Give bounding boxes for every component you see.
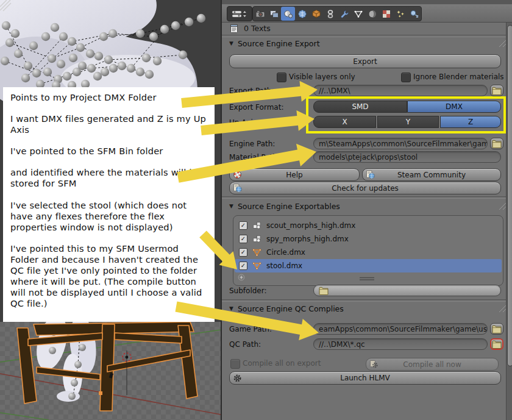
ignore-materials-checkbox[interactable] xyxy=(401,73,411,82)
properties-panel: 0 Texts ▼ Source Engine Export Export Vi… xyxy=(221,0,512,420)
tab-texture[interactable] xyxy=(379,7,393,21)
game-path-field[interactable]: eamApps\common\SourceFilmmaker\game\user… xyxy=(313,323,488,335)
screenshot-root: Points to my Project DMX Folder I want D… xyxy=(0,0,512,420)
collapse-triangle-icon: ▼ xyxy=(229,305,233,311)
properties-header xyxy=(222,4,512,23)
web-globe-icon xyxy=(233,183,242,193)
updates-label: Check for updates xyxy=(332,184,399,193)
panel-header-qc-complies[interactable]: ▼ Source Engine QC Complies xyxy=(229,304,344,313)
visible-layers-checkbox[interactable] xyxy=(277,73,286,82)
up-axis-label: Up Axis: xyxy=(229,116,259,128)
particles-icon xyxy=(396,9,405,19)
panel-title: Source Engine Exportables xyxy=(238,202,340,211)
exportable-row[interactable]: ✓Circle.dmx xyxy=(235,246,502,259)
tab-render[interactable] xyxy=(253,7,267,21)
axis-z-button[interactable]: Z xyxy=(440,116,501,128)
scrollbar-thumb[interactable] xyxy=(507,25,512,366)
engine-path-label: Engine Path: xyxy=(229,138,275,149)
format-smd-button[interactable]: SMD xyxy=(313,101,407,113)
physics-icon xyxy=(410,9,419,19)
panel-title: Source Engine QC Complies xyxy=(238,304,344,313)
export-path-browse-button[interactable] xyxy=(490,85,503,96)
divider xyxy=(222,35,512,37)
export-button[interactable]: Export xyxy=(229,54,501,68)
axis-y-button[interactable]: Y xyxy=(377,116,439,128)
properties-tabs xyxy=(252,6,422,21)
texture-icon xyxy=(382,9,391,19)
divider xyxy=(222,196,512,199)
resize-grip-icon[interactable] xyxy=(359,277,375,281)
compile-script-icon xyxy=(369,360,379,369)
note-text: I've pointed to the SFM Bin folder xyxy=(10,146,208,157)
tab-data[interactable] xyxy=(351,7,365,21)
panel-header-exportables[interactable]: ▼ Source Engine Exportables xyxy=(229,201,340,211)
material-path-field[interactable]: models\ptejack\props\stool xyxy=(313,151,501,163)
qc-path-browse-button-alert[interactable] xyxy=(490,338,503,350)
exportable-row[interactable]: ✓spy_morphs_high.dmx xyxy=(235,232,502,246)
engine-path-browse-button[interactable] xyxy=(490,138,503,149)
panel-header-source-engine-export[interactable]: ▼ Source Engine Export xyxy=(229,38,320,48)
world-icon xyxy=(297,9,307,19)
compile-now-label: Compile all now xyxy=(403,360,461,369)
export-path-value: //..\DMX\ xyxy=(319,87,350,95)
folder-icon xyxy=(492,325,502,333)
tab-physics[interactable] xyxy=(407,7,421,21)
group-icon xyxy=(252,221,262,230)
exportables-list: ✓scout_morphs_high.dmx✓spy_morphs_high.d… xyxy=(233,215,503,286)
export-path-label: Export Path: xyxy=(229,85,274,96)
tab-render-layers[interactable] xyxy=(267,7,281,21)
launch-hlmv-label: Launch HLMV xyxy=(340,374,390,382)
compile-all-now-button[interactable]: Compile all now xyxy=(366,358,499,371)
exportable-name: stool.dmx xyxy=(266,262,302,270)
tab-object[interactable] xyxy=(309,7,323,21)
mesh-icon xyxy=(252,247,262,257)
group-icon xyxy=(252,234,262,244)
compile-on-export-checkbox[interactable] xyxy=(230,359,240,369)
game-path-value: eamApps\common\SourceFilmmaker\game\user… xyxy=(319,325,488,333)
exportable-checkbox[interactable]: ✓ xyxy=(239,248,247,257)
export-path-field[interactable]: //..\DMX\ xyxy=(313,85,488,96)
add-item-button[interactable] xyxy=(237,273,246,282)
tab-scene[interactable] xyxy=(281,7,295,21)
check-updates-button[interactable]: Check for updates xyxy=(229,182,501,194)
web-globe-icon xyxy=(366,170,375,179)
engine-path-field[interactable]: m\SteamApps\common\SourceFilmmaker\game\… xyxy=(313,138,488,149)
qc-path-field[interactable]: //..\DMX\*.qc xyxy=(313,338,488,350)
panel-corner-icon[interactable] xyxy=(495,38,507,47)
editor-type-selector[interactable] xyxy=(227,6,252,21)
subfolder-label: Subfolder: xyxy=(229,285,267,296)
exportable-row[interactable]: ✓stool.dmx xyxy=(235,259,502,272)
exportable-row[interactable]: ✓scout_morphs_high.dmx xyxy=(235,219,502,232)
visible-layers-label: Visible layers only xyxy=(289,72,355,82)
compile-on-export-label: Compile all on export xyxy=(243,358,321,368)
launch-hlmv-button[interactable]: Launch HLMV xyxy=(229,371,501,385)
game-path-label: Game Path: xyxy=(229,323,272,335)
steam-community-button[interactable]: Steam Community xyxy=(362,168,501,181)
render-layers-icon xyxy=(269,9,279,19)
tab-constraints[interactable] xyxy=(323,7,337,21)
divider xyxy=(222,299,512,302)
tab-world[interactable] xyxy=(295,7,309,21)
steam-label: Steam Community xyxy=(397,171,466,179)
subfolder-field[interactable] xyxy=(313,285,501,296)
tab-particles[interactable] xyxy=(393,7,407,21)
note-text: I've selected the stool (which does not … xyxy=(10,200,208,233)
engine-path-value: m\SteamApps\common\SourceFilmmaker\game\… xyxy=(319,140,488,148)
scene-icon xyxy=(283,9,293,19)
axis-x-button[interactable]: X xyxy=(313,116,376,128)
note-text: Points to my Project DMX Folder xyxy=(10,92,208,103)
panel-corner-icon[interactable] xyxy=(495,201,507,210)
game-path-browse-button[interactable] xyxy=(490,323,503,335)
scrollbar-track[interactable] xyxy=(506,23,512,420)
exportable-checkbox[interactable]: ✓ xyxy=(239,235,247,243)
text-datablock-icon[interactable] xyxy=(229,24,239,34)
panel-corner-icon[interactable] xyxy=(495,303,507,312)
exportable-name: spy_morphs_high.dmx xyxy=(266,235,349,243)
help-button[interactable]: Help xyxy=(229,168,360,181)
exportable-checkbox[interactable]: ✓ xyxy=(239,221,247,230)
format-dmx-button[interactable]: DMX xyxy=(407,101,501,113)
tab-material[interactable] xyxy=(365,7,379,21)
tab-modifiers[interactable] xyxy=(337,7,351,21)
exportable-checkbox[interactable]: ✓ xyxy=(239,262,247,270)
smd-label: SMD xyxy=(352,102,368,111)
